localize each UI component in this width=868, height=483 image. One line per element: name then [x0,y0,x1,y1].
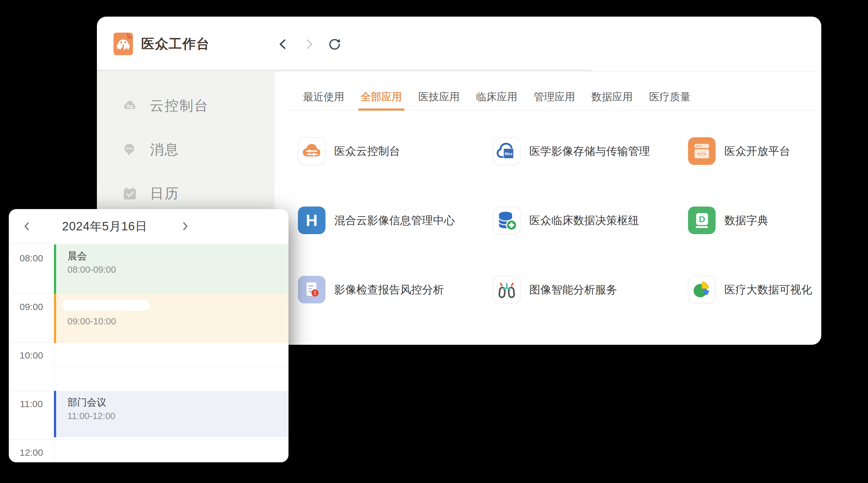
chevron-right-icon [180,221,190,232]
back-button[interactable] [276,37,290,51]
refresh-button[interactable] [328,37,341,51]
calendar-next-button[interactable] [178,219,192,233]
app-label: 医疗大数据可视化 [724,282,812,297]
app-clinical-data-hub[interactable]: 医众临床数据决策枢纽 [493,206,688,234]
browser-nav [276,17,341,71]
calendar-date: 2024年5月16日 [39,209,170,244]
calendar-icon [122,186,137,201]
sidebar-item-label: 云控制台 [150,97,209,115]
lungs-icon [495,278,518,301]
time-label: 11:00 [9,399,54,409]
cloud-console-icon [122,98,137,113]
tab-all-apps[interactable]: 全部应用 [361,90,402,104]
window-header: 医众工作台 [97,17,821,71]
h-letter-icon: H [306,211,318,230]
calendar-event-redacted[interactable]: 09:00-10:00 [54,294,288,343]
hour-line [9,440,288,440]
sidebar-item-cloud-console[interactable]: 云控制台 [97,93,275,118]
open-platform-icon: </> [690,140,713,162]
desktop-background: 医众工作台 [0,0,868,483]
app-grid: 医众云控制台 Mos 医学影像存储与传输管理 [275,137,821,345]
app-report-risk-analysis[interactable]: ! 影像检查报告风控分析 [298,276,493,303]
report-risk-icon: ! [301,278,323,301]
tab-medtech-apps[interactable]: 医技应用 [418,90,460,104]
sidebar-item-messages[interactable]: 消息 [97,137,275,162]
cloud-settings-icon [301,140,323,162]
tab-bar: 最近使用 全部应用 医技应用 临床应用 管理应用 数据应用 医疗质量 [288,71,815,110]
clinical-database-icon [495,209,518,232]
sidebar-item-label: 消息 [150,140,179,159]
time-label: 08:00 [9,253,54,264]
app-label: 数据字典 [724,213,768,228]
forward-icon [303,38,315,51]
calendar-event-department-meeting[interactable]: 部门会议 11:00-12:00 [54,391,288,437]
event-time: 09:00-10:00 [67,315,288,327]
app-logo-icon [114,33,133,55]
time-label: 10:00 [9,350,54,361]
calendar-prev-button[interactable] [20,219,34,233]
tab-clinical-apps[interactable]: 临床应用 [476,90,518,104]
back-icon [277,38,289,51]
svg-text:Mos: Mos [504,152,513,156]
svg-text:</>: </> [698,151,706,157]
calendar-event-morning-meeting[interactable]: 晨会 08:00-09:00 [54,245,288,294]
app-image-ai-analysis[interactable]: 图像智能分析服务 [493,276,688,303]
time-label: 12:00 [9,447,54,458]
refresh-icon [328,37,341,51]
half-hour-line [54,366,288,367]
app-label: 医学影像存储与传输管理 [529,144,650,159]
tab-management-apps[interactable]: 管理应用 [534,90,575,104]
calendar-day-view: 08:00 09:00 10:00 11:00 12:00 晨会 08:00-0… [9,244,288,462]
event-title-redacted-pill [62,300,150,311]
app-label: 影像检查报告风控分析 [334,282,444,297]
app-hybrid-cloud-imaging[interactable]: H 混合云影像信息管理中心 [298,206,493,234]
window-title: 医众工作台 [141,35,210,53]
tab-data-apps[interactable]: 数据应用 [591,90,633,104]
tab-medical-quality[interactable]: 医疗质量 [649,90,690,104]
app-data-dictionary[interactable]: D 数据字典 [688,206,821,234]
dictionary-book-icon: D [690,209,713,232]
tab-recent[interactable]: 最近使用 [303,90,344,104]
app-label: 医众开放平台 [724,144,790,159]
forward-button[interactable] [302,37,316,51]
calendar-header: 2024年5月16日 [9,209,288,244]
app-big-data-visualization[interactable]: 医疗大数据可视化 [688,276,821,303]
chevron-left-icon [22,221,32,232]
app-image-storage-transfer[interactable]: Mos 医学影像存储与传输管理 [493,137,688,165]
message-icon [122,142,137,157]
mos-cloud-icon: Mos [495,140,518,162]
event-title: 部门会议 [67,396,288,409]
calendar-panel: 2024年5月16日 08:00 09:00 10:00 11:00 12:00… [9,209,288,462]
app-label: 医众云控制台 [334,144,400,159]
app-content: 最近使用 全部应用 医技应用 临床应用 管理应用 数据应用 医疗质量 [275,71,821,345]
time-label: 09:00 [9,301,54,312]
app-open-platform[interactable]: </> 医众开放平台 [688,137,821,165]
svg-text:!: ! [314,290,316,296]
app-cloud-console[interactable]: 医众云控制台 [298,137,493,165]
sidebar-item-calendar[interactable]: 日历 [97,181,275,206]
app-label: 图像智能分析服务 [529,282,617,297]
app-label: 混合云影像信息管理中心 [334,213,455,228]
svg-text:D: D [699,215,705,224]
sidebar-item-label: 日历 [150,184,179,203]
event-title: 晨会 [67,250,288,263]
event-time: 11:00-12:00 [67,410,288,422]
app-label: 医众临床数据决策枢纽 [529,213,639,228]
pie-chart-icon [690,278,713,301]
event-time: 08:00-09:00 [67,263,288,276]
